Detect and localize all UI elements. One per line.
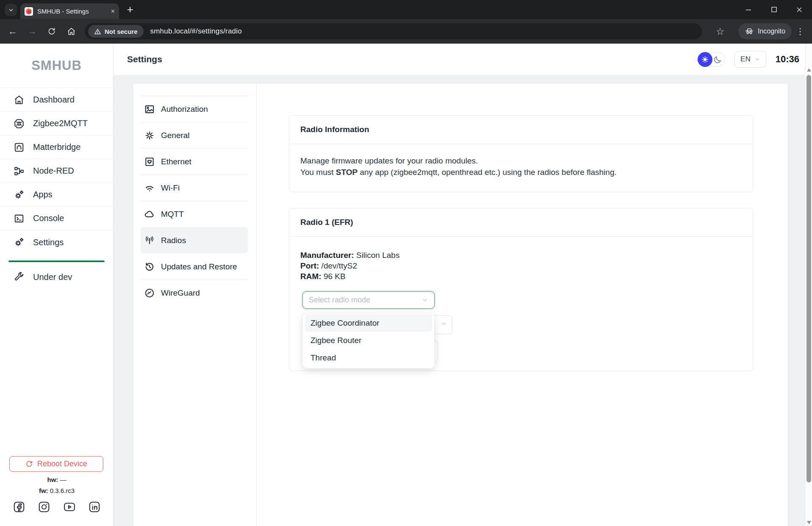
light-mode-button[interactable] [698,52,712,67]
page-scrollbar[interactable] [805,44,812,526]
scrollbar-thumb[interactable] [806,75,811,482]
reboot-device-button[interactable]: Reboot Device [9,456,103,472]
wrench-icon [14,271,25,282]
not-secure-badge[interactable]: Not secure [88,25,144,38]
radio-mode-dropdown: Zigbee Coordinator Zigbee Router Thread [302,313,435,368]
scroll-down-arrow-icon[interactable] [807,521,811,524]
sidebar-item-label: Console [33,213,64,223]
maximize-button[interactable] [761,0,787,19]
reboot-icon [25,460,33,468]
option-zigbee-router[interactable]: Zigbee Router [305,332,432,349]
browser-titlebar: SMHUB - Settings × + [0,0,812,19]
language-selector[interactable]: EN [734,51,766,68]
browser-tab[interactable]: SMHUB - Settings × [20,3,119,19]
close-icon [796,7,802,13]
fw-label: fw: [39,487,48,494]
sidebar-item-apps[interactable]: Apps [0,183,113,207]
sidebar-item-under-dev[interactable]: Under dev [0,265,113,289]
dark-mode-button[interactable] [712,55,723,65]
chevron-down-icon [422,297,428,303]
browser-menu-button[interactable]: ⋮ [793,24,807,39]
warning-icon [94,28,101,35]
page-content: SMHUB Dashboard Zigbee2MQTT Matterbridge… [0,44,812,526]
sidebar-footer: Reboot Device hw: — fw: 0.3.6.rc3 [0,456,113,526]
manufacturer-line: Manufacturer: Silicon Labs [300,250,399,260]
card-title: Radio Information [289,116,753,144]
bookmark-star-icon[interactable]: ☆ [712,24,728,39]
home-button[interactable] [64,24,79,39]
tab-label: Authorization [161,105,208,114]
option-zigbee-coordinator[interactable]: Zigbee Coordinator [305,314,432,332]
not-secure-label: Not secure [105,28,138,35]
sidebar-item-zigbee2mqtt[interactable]: Zigbee2MQTT [0,112,113,136]
scroll-up-arrow-icon[interactable] [807,68,811,72]
tab-label: Radios [161,236,186,245]
close-window-button[interactable] [787,0,812,19]
clock: 10:36 [776,54,799,65]
hw-version-line: hw: — [0,476,114,483]
incognito-badge: Incognito [738,23,792,39]
forward-button[interactable]: → [25,24,40,39]
sidebar-item-node-red[interactable]: Node-RED [0,159,113,183]
address-bar[interactable]: Not secure smhub.local/#/settings/radio [85,23,702,39]
info-line-2: You must STOP any app (zigbee2mqtt, open… [300,166,742,178]
hw-value: — [60,476,67,483]
tab-general[interactable]: General [141,122,248,148]
ethernet-port-icon [144,156,155,167]
incognito-icon [745,27,754,36]
ram-line: RAM: 96 KB [300,271,399,282]
gear-icon [144,130,155,141]
home-icon [14,94,25,105]
app-logo: SMHUB [0,44,113,88]
minimize-button[interactable] [736,0,761,19]
youtube-icon[interactable] [63,501,76,513]
radio-mode-select[interactable]: Select radio mode [302,291,435,309]
fw-value: 0.3.6.rc3 [50,487,75,494]
tab-label: Ethernet [161,157,191,166]
back-button[interactable]: ← [5,24,20,39]
tab-wireguard[interactable]: WireGuard [141,280,248,306]
settings-panel: Authorization General Ethernet Wi-Fi MQT… [133,83,788,526]
facebook-icon[interactable] [13,501,25,513]
browser-toolbar: ← → Not secure smhub.local/#/settings/ra… [0,19,812,44]
page-title: Settings [127,54,162,64]
sidebar-item-console[interactable]: Console [0,207,113,230]
matterbridge-icon [14,142,25,153]
instagram-icon[interactable] [38,501,50,513]
tab-close-icon[interactable]: × [111,8,115,15]
antenna-icon [144,235,155,246]
tab-ethernet[interactable]: Ethernet [141,148,248,174]
tab-updates-restore[interactable]: Updates and Restore [141,253,248,280]
port-line: Port: /dev/ttyS2 [300,260,399,271]
select-placeholder: Select radio mode [309,296,422,305]
browser-window: SMHUB - Settings × + ← → [0,0,812,526]
reload-button[interactable] [44,24,59,39]
tab-radios[interactable]: Radios [141,227,248,253]
linkedin-icon[interactable] [88,501,101,513]
gears-icon [14,237,25,248]
tab-authorization[interactable]: Authorization [141,96,248,122]
sidebar-item-settings[interactable]: Settings [0,230,113,254]
sidebar-item-label: Zigbee2MQTT [33,119,88,128]
minimize-icon [745,7,751,13]
theme-toggle[interactable] [697,52,725,66]
tab-mqtt[interactable]: MQTT [141,201,248,227]
new-tab-button[interactable]: + [123,2,137,17]
tab-label: MQTT [161,210,184,219]
social-links [13,501,101,513]
tab-title: SMHUB - Settings [37,8,108,15]
tab-label: General [161,131,190,140]
tab-search-button[interactable] [5,4,17,16]
image-icon [144,104,155,115]
tab-wifi[interactable]: Wi-Fi [141,174,248,201]
sidebar-section-divider [8,260,105,262]
language-value: EN [740,55,751,64]
tab-label: WireGuard [161,288,200,298]
wifi-icon [144,183,155,194]
sidebar-item-dashboard[interactable]: Dashboard [0,88,113,112]
radio-information-text: Manage firmware updates for your radio m… [289,144,753,178]
sidebar: SMHUB Dashboard Zigbee2MQTT Matterbridge… [0,44,114,526]
sidebar-item-matterbridge[interactable]: Matterbridge [0,136,113,159]
option-thread[interactable]: Thread [305,349,432,366]
sidebar-item-label: Apps [33,190,53,199]
